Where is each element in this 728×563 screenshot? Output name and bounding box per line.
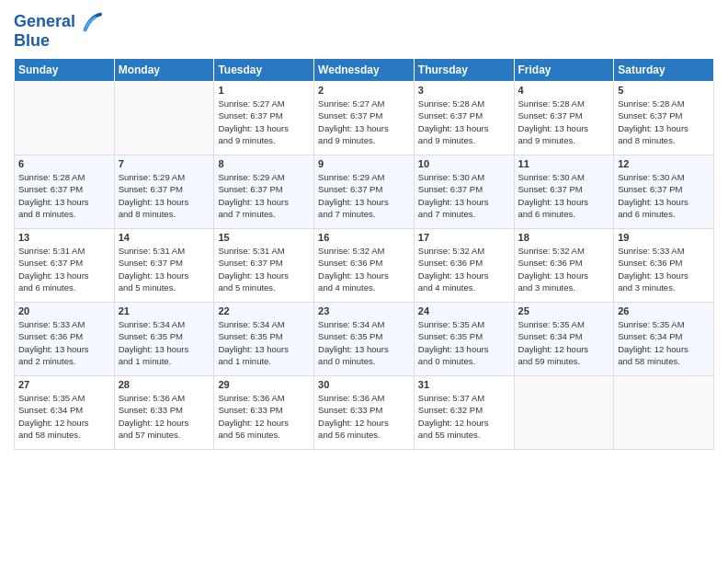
day-cell: 22Sunrise: 5:34 AM Sunset: 6:35 PM Dayli…	[214, 303, 314, 376]
header-day: Monday	[114, 59, 214, 82]
day-cell: 1Sunrise: 5:27 AM Sunset: 6:37 PM Daylig…	[214, 82, 314, 155]
day-number: 18	[518, 232, 610, 243]
day-cell: 2Sunrise: 5:27 AM Sunset: 6:37 PM Daylig…	[314, 82, 415, 155]
day-info: Sunrise: 5:32 AM Sunset: 6:36 PM Dayligh…	[318, 245, 410, 293]
day-cell: 29Sunrise: 5:36 AM Sunset: 6:33 PM Dayli…	[214, 376, 314, 450]
day-number: 3	[418, 85, 510, 96]
logo-text: General	[14, 13, 75, 31]
day-info: Sunrise: 5:29 AM Sunset: 6:37 PM Dayligh…	[119, 171, 210, 220]
week-row: 20Sunrise: 5:33 AM Sunset: 6:36 PM Dayli…	[15, 303, 714, 376]
header-day: Friday	[514, 59, 614, 82]
day-number: 17	[418, 232, 510, 243]
day-info: Sunrise: 5:36 AM Sunset: 6:33 PM Dayligh…	[119, 392, 210, 441]
day-number: 27	[18, 379, 110, 390]
day-number: 14	[119, 232, 210, 243]
day-cell: 23Sunrise: 5:34 AM Sunset: 6:35 PM Dayli…	[314, 303, 415, 376]
day-info: Sunrise: 5:30 AM Sunset: 6:37 PM Dayligh…	[418, 171, 510, 220]
day-info: Sunrise: 5:28 AM Sunset: 6:37 PM Dayligh…	[618, 98, 710, 146]
header-day: Saturday	[614, 59, 714, 82]
day-cell	[15, 82, 115, 155]
day-cell: 16Sunrise: 5:32 AM Sunset: 6:36 PM Dayli…	[314, 229, 415, 303]
day-number: 6	[18, 158, 110, 169]
day-cell: 15Sunrise: 5:31 AM Sunset: 6:37 PM Dayli…	[214, 229, 314, 303]
day-cell: 7Sunrise: 5:29 AM Sunset: 6:37 PM Daylig…	[114, 155, 214, 229]
day-info: Sunrise: 5:32 AM Sunset: 6:36 PM Dayligh…	[518, 245, 610, 293]
header-row: SundayMondayTuesdayWednesdayThursdayFrid…	[15, 59, 714, 82]
day-info: Sunrise: 5:34 AM Sunset: 6:35 PM Dayligh…	[218, 318, 310, 367]
day-cell	[614, 376, 714, 450]
header-day: Tuesday	[214, 59, 314, 82]
logo-general: General	[14, 12, 75, 30]
week-row: 6Sunrise: 5:28 AM Sunset: 6:37 PM Daylig…	[15, 155, 714, 229]
day-cell: 28Sunrise: 5:36 AM Sunset: 6:33 PM Dayli…	[114, 376, 214, 450]
header-day: Thursday	[414, 59, 514, 82]
page-container: General Blue SundayMondayTuesdayWednesda…	[0, 0, 728, 454]
day-cell: 8Sunrise: 5:29 AM Sunset: 6:37 PM Daylig…	[214, 155, 314, 229]
day-cell: 14Sunrise: 5:31 AM Sunset: 6:37 PM Dayli…	[114, 229, 214, 303]
day-info: Sunrise: 5:33 AM Sunset: 6:36 PM Dayligh…	[18, 318, 110, 367]
day-cell: 24Sunrise: 5:35 AM Sunset: 6:35 PM Dayli…	[414, 303, 514, 376]
day-number: 8	[218, 158, 310, 169]
day-info: Sunrise: 5:37 AM Sunset: 6:32 PM Dayligh…	[418, 392, 510, 441]
day-number: 25	[518, 305, 610, 316]
day-info: Sunrise: 5:29 AM Sunset: 6:37 PM Dayligh…	[318, 171, 410, 220]
day-cell	[514, 376, 614, 450]
day-cell: 4Sunrise: 5:28 AM Sunset: 6:37 PM Daylig…	[514, 82, 614, 155]
day-number: 2	[318, 85, 410, 96]
day-number: 20	[18, 305, 110, 316]
day-number: 26	[618, 305, 710, 316]
day-info: Sunrise: 5:27 AM Sunset: 6:37 PM Dayligh…	[318, 98, 410, 146]
day-info: Sunrise: 5:36 AM Sunset: 6:33 PM Dayligh…	[318, 392, 410, 441]
day-info: Sunrise: 5:35 AM Sunset: 6:34 PM Dayligh…	[518, 318, 610, 367]
day-number: 28	[119, 379, 210, 390]
header-day: Wednesday	[314, 59, 415, 82]
day-info: Sunrise: 5:28 AM Sunset: 6:37 PM Dayligh…	[18, 171, 110, 220]
day-number: 24	[418, 305, 510, 316]
day-info: Sunrise: 5:32 AM Sunset: 6:36 PM Dayligh…	[418, 245, 510, 293]
day-cell: 12Sunrise: 5:30 AM Sunset: 6:37 PM Dayli…	[614, 155, 714, 229]
day-number: 5	[618, 85, 710, 96]
day-info: Sunrise: 5:34 AM Sunset: 6:35 PM Dayligh…	[119, 318, 210, 367]
day-info: Sunrise: 5:30 AM Sunset: 6:37 PM Dayligh…	[518, 171, 610, 220]
day-cell: 27Sunrise: 5:35 AM Sunset: 6:34 PM Dayli…	[15, 376, 115, 450]
week-row: 13Sunrise: 5:31 AM Sunset: 6:37 PM Dayli…	[15, 229, 714, 303]
day-cell: 25Sunrise: 5:35 AM Sunset: 6:34 PM Dayli…	[514, 303, 614, 376]
day-cell: 6Sunrise: 5:28 AM Sunset: 6:37 PM Daylig…	[15, 155, 115, 229]
day-number: 29	[218, 379, 310, 390]
logo: General Blue	[14, 9, 104, 51]
day-number: 7	[119, 158, 210, 169]
day-cell	[114, 82, 214, 155]
day-number: 31	[418, 379, 510, 390]
day-info: Sunrise: 5:30 AM Sunset: 6:37 PM Dayligh…	[618, 171, 710, 220]
day-number: 16	[318, 232, 410, 243]
day-cell: 10Sunrise: 5:30 AM Sunset: 6:37 PM Dayli…	[414, 155, 514, 229]
day-number: 22	[218, 305, 310, 316]
day-info: Sunrise: 5:35 AM Sunset: 6:35 PM Dayligh…	[418, 318, 510, 367]
day-cell: 19Sunrise: 5:33 AM Sunset: 6:36 PM Dayli…	[614, 229, 714, 303]
day-info: Sunrise: 5:28 AM Sunset: 6:37 PM Dayligh…	[518, 98, 610, 146]
day-info: Sunrise: 5:27 AM Sunset: 6:37 PM Dayligh…	[218, 98, 310, 146]
day-info: Sunrise: 5:33 AM Sunset: 6:36 PM Dayligh…	[618, 245, 710, 293]
day-cell: 21Sunrise: 5:34 AM Sunset: 6:35 PM Dayli…	[114, 303, 214, 376]
day-cell: 3Sunrise: 5:28 AM Sunset: 6:37 PM Daylig…	[414, 82, 514, 155]
day-number: 9	[318, 158, 410, 169]
day-number: 10	[418, 158, 510, 169]
day-info: Sunrise: 5:31 AM Sunset: 6:37 PM Dayligh…	[18, 245, 110, 293]
day-info: Sunrise: 5:31 AM Sunset: 6:37 PM Dayligh…	[119, 245, 210, 293]
day-number: 1	[218, 85, 310, 96]
logo-icon	[78, 9, 104, 35]
day-number: 21	[119, 305, 210, 316]
day-cell: 30Sunrise: 5:36 AM Sunset: 6:33 PM Dayli…	[314, 376, 415, 450]
day-cell: 11Sunrise: 5:30 AM Sunset: 6:37 PM Dayli…	[514, 155, 614, 229]
header: General Blue	[14, 9, 714, 51]
day-number: 11	[518, 158, 610, 169]
day-number: 4	[518, 85, 610, 96]
day-number: 15	[218, 232, 310, 243]
day-cell: 31Sunrise: 5:37 AM Sunset: 6:32 PM Dayli…	[414, 376, 514, 450]
day-cell: 13Sunrise: 5:31 AM Sunset: 6:37 PM Dayli…	[15, 229, 115, 303]
day-cell: 5Sunrise: 5:28 AM Sunset: 6:37 PM Daylig…	[614, 82, 714, 155]
day-info: Sunrise: 5:31 AM Sunset: 6:37 PM Dayligh…	[218, 245, 310, 293]
day-info: Sunrise: 5:34 AM Sunset: 6:35 PM Dayligh…	[318, 318, 410, 367]
day-cell: 26Sunrise: 5:35 AM Sunset: 6:34 PM Dayli…	[614, 303, 714, 376]
day-cell: 18Sunrise: 5:32 AM Sunset: 6:36 PM Dayli…	[514, 229, 614, 303]
